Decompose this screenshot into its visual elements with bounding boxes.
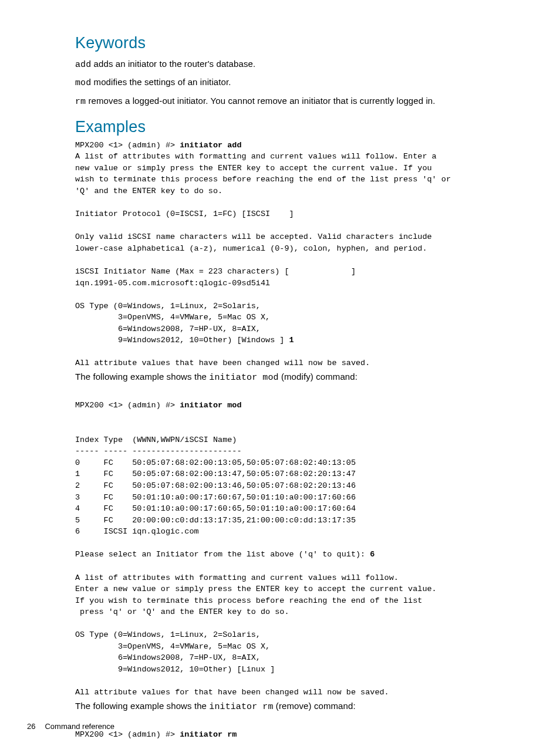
line-rm-cmd: initiator rm xyxy=(209,702,273,712)
keyword-mod-line: mod modifies the settings of an initiato… xyxy=(75,75,520,90)
example-mod-command: initiator mod xyxy=(180,401,241,410)
example-mod-body: Index Type (WWNN,WWPN/iSCSI Name) ----- … xyxy=(75,436,370,559)
example-add-input: 1 xyxy=(289,336,294,345)
examples-heading: Examples xyxy=(75,118,520,136)
example-mod-block: MPX200 <1> (admin) #> initiator mod Inde… xyxy=(75,389,520,698)
keyword-add-desc: adds an initiator to the router's databa… xyxy=(91,59,255,69)
keyword-mod: mod xyxy=(75,78,91,88)
keyword-add: add xyxy=(75,60,91,70)
example-add-command: initiator add xyxy=(180,141,241,150)
example-add-prompt: MPX200 <1> (admin) #> xyxy=(75,141,180,150)
example-mod-input: 6 xyxy=(370,550,375,559)
line-mod-pre: The following example shows the xyxy=(75,372,209,382)
keywords-heading: Keywords xyxy=(75,34,520,52)
line-rm-post: (remove) command: xyxy=(274,701,356,711)
keyword-add-line: add adds an initiator to the router's da… xyxy=(75,57,520,72)
footer-title: Command reference xyxy=(45,722,114,731)
example-rm-prompt: MPX200 <1> (admin) #> xyxy=(75,730,180,739)
page-number: 26 xyxy=(27,722,35,731)
line-rm-pre: The following example shows the xyxy=(75,701,209,711)
example-add-block: MPX200 <1> (admin) #> initiator add A li… xyxy=(75,140,520,369)
keyword-rm-desc: removes a logged-out initiator. You cann… xyxy=(86,96,435,106)
example-rm-block: MPX200 <1> (admin) #> initiator rm Warni… xyxy=(75,717,520,746)
example-rm-command: initiator rm xyxy=(180,730,237,739)
example-add-trailer: All attribute values that have been chan… xyxy=(75,359,370,367)
line-mod-cmd: initiator mod xyxy=(209,373,278,383)
example-mod-prompt: MPX200 <1> (admin) #> xyxy=(75,401,180,410)
line-rm-intro: The following example shows the initiato… xyxy=(75,700,520,714)
keyword-rm-line: rm removes a logged-out initiator. You c… xyxy=(75,94,520,109)
line-mod-intro: The following example shows the initiato… xyxy=(75,370,520,385)
keyword-rm: rm xyxy=(75,97,86,107)
line-mod-post: (modify) command: xyxy=(279,372,357,382)
page-footer: 26Command reference xyxy=(27,722,114,731)
keyword-mod-desc: modifies the settings of an initiator. xyxy=(91,77,231,87)
example-mod-trailer: A list of attributes with formatting and… xyxy=(75,573,437,697)
example-add-body: A list of attributes with formatting and… xyxy=(75,152,451,345)
